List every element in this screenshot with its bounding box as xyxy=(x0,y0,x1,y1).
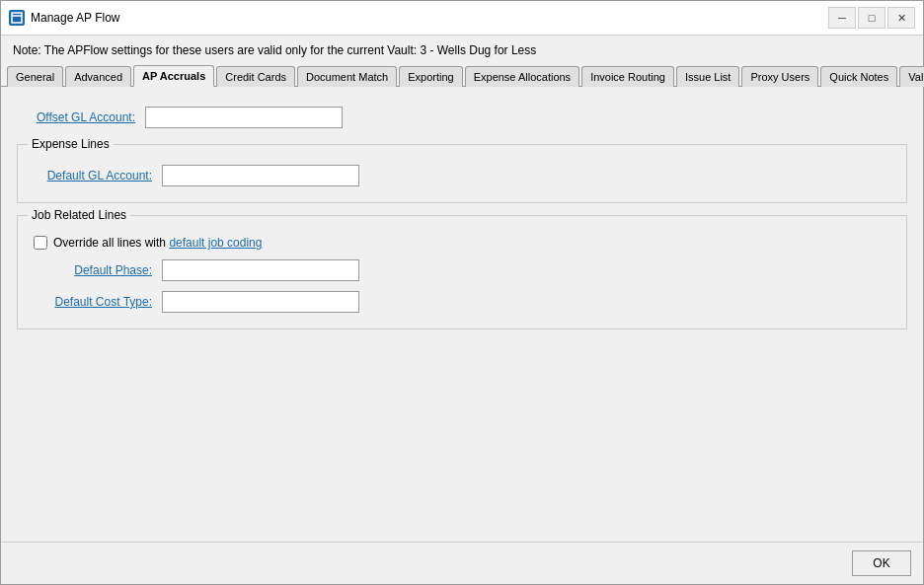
note-bar: Note: The APFlow settings for these user… xyxy=(1,36,923,65)
tab-invoice-routing[interactable]: Invoice Routing xyxy=(581,66,674,87)
tab-issue-list[interactable]: Issue List xyxy=(676,66,739,87)
svg-rect-0 xyxy=(12,13,22,23)
default-gl-label[interactable]: Default GL Account: xyxy=(34,169,152,183)
tab-quick-notes[interactable]: Quick Notes xyxy=(820,66,897,87)
offset-gl-label[interactable]: Offset GL Account: xyxy=(17,110,135,124)
default-cost-type-label[interactable]: Default Cost Type: xyxy=(34,295,152,309)
job-related-title: Job Related Lines xyxy=(28,208,130,222)
offset-gl-row: Offset GL Account: xyxy=(17,103,907,132)
default-cost-type-row: Default Cost Type: xyxy=(34,291,890,313)
tab-exporting[interactable]: Exporting xyxy=(399,66,462,87)
tab-credit-cards[interactable]: Credit Cards xyxy=(216,66,295,87)
tab-advanced[interactable]: Advanced xyxy=(65,66,131,87)
bottom-bar: OK xyxy=(1,542,923,584)
default-gl-input[interactable] xyxy=(162,165,359,186)
default-phase-label[interactable]: Default Phase: xyxy=(34,263,152,277)
tab-ap-accruals[interactable]: AP Accruals xyxy=(133,65,214,87)
ok-button[interactable]: OK xyxy=(852,550,911,576)
job-related-content: Override all lines with default job codi… xyxy=(34,236,890,313)
note-text: Note: The APFlow settings for these user… xyxy=(13,43,536,57)
tab-proxy-users[interactable]: Proxy Users xyxy=(741,66,818,87)
override-highlight: default job coding xyxy=(169,236,262,250)
override-label: Override all lines with default job codi… xyxy=(53,236,262,250)
window-controls: ─ □ ✕ xyxy=(828,7,915,29)
minimize-button[interactable]: ─ xyxy=(828,7,856,29)
title-bar: Manage AP Flow ─ □ ✕ xyxy=(1,1,923,36)
close-button[interactable]: ✕ xyxy=(887,7,915,29)
tabs-container: General Advanced AP Accruals Credit Card… xyxy=(1,65,923,87)
override-checkbox[interactable] xyxy=(34,236,47,250)
job-related-section: Job Related Lines Override all lines wit… xyxy=(17,215,907,329)
default-cost-type-input[interactable] xyxy=(162,291,359,313)
tab-document-match[interactable]: Document Match xyxy=(297,66,397,87)
offset-gl-input[interactable] xyxy=(145,107,343,128)
maximize-button[interactable]: □ xyxy=(858,7,886,29)
tab-general[interactable]: General xyxy=(7,66,63,87)
expense-lines-content: Default GL Account: xyxy=(34,165,890,186)
window-title: Manage AP Flow xyxy=(31,11,822,25)
default-phase-input[interactable] xyxy=(162,259,359,281)
tab-expense-allocations[interactable]: Expense Allocations xyxy=(465,66,579,87)
expense-lines-section: Expense Lines Default GL Account: xyxy=(17,144,907,203)
expense-lines-title: Expense Lines xyxy=(28,137,114,151)
window-icon xyxy=(9,10,25,26)
override-checkbox-row: Override all lines with default job codi… xyxy=(34,236,890,250)
tab-validation[interactable]: Validation xyxy=(899,66,924,87)
main-window: Manage AP Flow ─ □ ✕ Note: The APFlow se… xyxy=(0,0,924,585)
default-phase-row: Default Phase: xyxy=(34,259,890,281)
content-area: Offset GL Account: Expense Lines Default… xyxy=(1,87,923,542)
default-gl-row: Default GL Account: xyxy=(34,165,890,186)
